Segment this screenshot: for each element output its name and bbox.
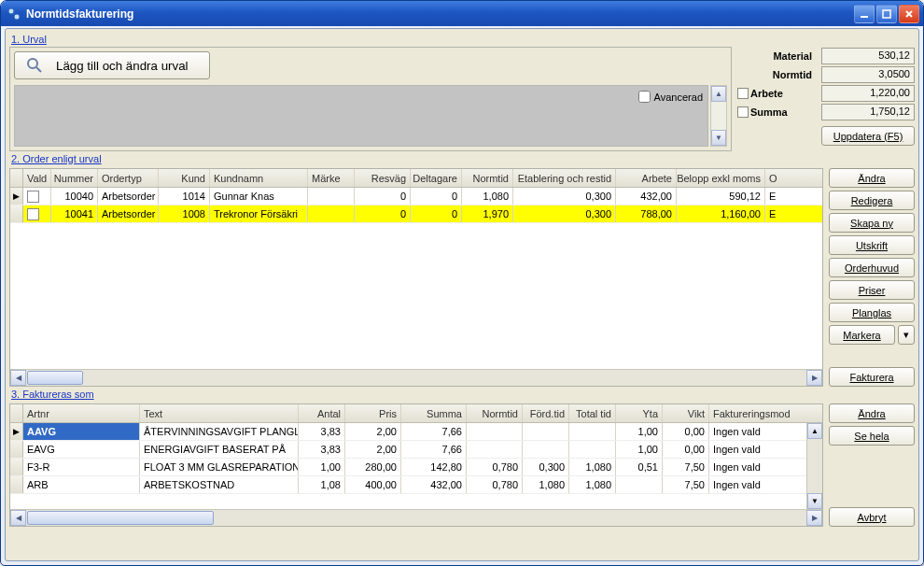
window-title: Normtidsfakturering (26, 7, 854, 21)
col-ford[interactable]: Förd.tid (523, 404, 569, 422)
svg-line-2 (13, 13, 15, 15)
svg-line-8 (36, 67, 41, 72)
row-indicator (10, 205, 23, 222)
advanced-checkbox-input[interactable] (638, 91, 651, 103)
arbete-value: 1,220,00 (821, 85, 915, 102)
scroll-right-icon[interactable]: ▶ (806, 510, 822, 526)
summa-swatch (737, 106, 749, 118)
table-row[interactable]: 10041Arbetsorder1008Trekronor Försäkri00… (10, 205, 822, 223)
section-order-label: 2. Order enligt urval (11, 153, 915, 164)
redigera-button[interactable]: Redigera (829, 191, 915, 210)
col-text[interactable]: Text (140, 404, 299, 422)
col-normtid[interactable]: Normtid (462, 169, 513, 187)
scroll-down-icon[interactable]: ▼ (711, 130, 726, 146)
table-row[interactable]: EAVGENERGIAVGIFT BASERAT PÅ3,832,007,661… (10, 441, 806, 459)
col-pris[interactable]: Pris (345, 404, 401, 422)
minimize-button[interactable] (854, 5, 875, 23)
col-total[interactable]: Total tid (569, 404, 616, 422)
table-row[interactable]: F3-RFLOAT 3 MM GLASREPARATION1,00280,001… (10, 459, 806, 476)
fakt-hscroll[interactable]: ◀ ▶ (10, 509, 822, 526)
col-marke[interactable]: Märke (308, 169, 355, 187)
col-arbete[interactable]: Arbete (616, 169, 677, 187)
update-button[interactable]: Uppdatera (F5) (821, 126, 915, 146)
scroll-down-icon[interactable]: ▼ (807, 493, 822, 509)
scroll-thumb[interactable] (27, 371, 83, 385)
maximize-button[interactable] (876, 5, 897, 23)
planglas-button[interactable]: Planglas (829, 303, 915, 322)
advanced-checkbox[interactable]: Avancerad (638, 91, 703, 103)
search-icon (26, 57, 43, 74)
row-checkbox[interactable] (27, 191, 39, 203)
add-urval-button[interactable]: Lägg till och ändra urval (14, 51, 210, 79)
material-value: 530,12 (821, 48, 915, 64)
row-indicator (10, 459, 23, 475)
table-row[interactable]: ARBARBETSKOSTNAD1,08400,00432,000,7801,0… (10, 476, 806, 494)
app-icon (7, 7, 21, 21)
svg-point-7 (28, 59, 37, 68)
col-resvag[interactable]: Resväg (355, 169, 411, 187)
row-checkbox[interactable] (27, 208, 39, 220)
order-grid: Vald Nummer Ordertyp Kund Kundnamn Märke… (9, 168, 823, 387)
andra-fakt-button[interactable]: Ändra (829, 403, 915, 423)
scroll-right-icon[interactable]: ▶ (806, 370, 822, 386)
orderhuvud-button[interactable]: Orderhuvud (829, 258, 915, 277)
col-etabl[interactable]: Etablering och restid (513, 169, 616, 187)
row-indicator (10, 476, 23, 493)
urval-scrollbar[interactable]: ▲ ▼ (710, 85, 727, 147)
order-hscroll[interactable]: ◀ ▶ (10, 369, 822, 386)
section-urval-label: 1. Urval (11, 34, 915, 45)
col-vikt[interactable]: Vikt (663, 404, 709, 422)
summary-panel: Material 530,12 Normtid 3,0500 Arbete 1,… (737, 47, 915, 151)
table-row[interactable]: ▶10040Arbetsorder1014Gunnar Knas001,0800… (10, 188, 822, 205)
scroll-up-icon[interactable]: ▲ (711, 86, 726, 102)
arbete-label: Arbete (750, 88, 818, 99)
col-yta[interactable]: Yta (616, 404, 663, 422)
svg-rect-4 (883, 10, 890, 18)
add-urval-label: Lägg till och ändra urval (56, 59, 189, 73)
close-button[interactable] (899, 5, 919, 23)
summa-label: Summa (750, 106, 818, 118)
utskrift-button[interactable]: Utskrift (829, 235, 915, 255)
normtid-label: Normtid (737, 69, 818, 80)
avbryt-button[interactable]: Avbryt (829, 507, 915, 527)
col-artnr[interactable]: Artnr (23, 404, 140, 422)
skapa-ny-button[interactable]: Skapa ny (829, 213, 915, 233)
scroll-left-icon[interactable]: ◀ (10, 370, 26, 386)
normtid-value: 3,0500 (821, 66, 915, 83)
col-belopp[interactable]: Belopp exkl moms (677, 169, 765, 187)
col-summa[interactable]: Summa (401, 404, 467, 422)
fakt-vscroll[interactable]: ▲ ▼ (806, 423, 822, 509)
row-indicator (10, 441, 23, 458)
titlebar[interactable]: Normtidsfakturering (1, 1, 923, 26)
col-nummer[interactable]: Nummer (51, 169, 98, 187)
priser-button[interactable]: Priser (829, 280, 915, 300)
scroll-left-icon[interactable]: ◀ (10, 510, 26, 526)
svg-rect-3 (861, 16, 868, 18)
se-hela-button[interactable]: Se hela (829, 426, 915, 446)
advanced-label: Avancerad (654, 92, 703, 103)
fakt-grid: Artnr Text Antal Pris Summa Normtid Förd… (9, 403, 823, 527)
row-indicator: ▶ (10, 188, 23, 205)
markera-dropdown[interactable]: ▾ (898, 325, 915, 345)
fakt-grid-header: Artnr Text Antal Pris Summa Normtid Förd… (10, 404, 822, 423)
andra-button[interactable]: Ändra (829, 168, 915, 188)
col-kundnamn[interactable]: Kundnamn (210, 169, 308, 187)
col-o[interactable]: O (765, 169, 780, 187)
col-fnormtid[interactable]: Normtid (467, 404, 523, 422)
markera-button[interactable]: Markera (829, 325, 895, 345)
col-deltagare[interactable]: Deltagare (411, 169, 462, 187)
fakturera-button[interactable]: Fakturera (829, 367, 915, 387)
col-mode[interactable]: Faktureringsmod (709, 404, 793, 422)
arbete-swatch (737, 88, 749, 99)
col-kund[interactable]: Kund (159, 169, 210, 187)
scroll-up-icon[interactable]: ▲ (807, 423, 822, 439)
col-ordertyp[interactable]: Ordertyp (98, 169, 159, 187)
col-antal[interactable]: Antal (299, 404, 345, 422)
order-grid-header: Vald Nummer Ordertyp Kund Kundnamn Märke… (10, 169, 822, 188)
scroll-thumb[interactable] (27, 511, 214, 525)
col-vald[interactable]: Vald (23, 169, 51, 187)
summa-value: 1,750,12 (821, 104, 915, 120)
table-row[interactable]: ▶AAVGÅTERVINNINGSAVGIFT PLANGLAS3,832,00… (10, 423, 806, 441)
chevron-down-icon: ▾ (903, 329, 909, 341)
material-label: Material (737, 50, 818, 62)
